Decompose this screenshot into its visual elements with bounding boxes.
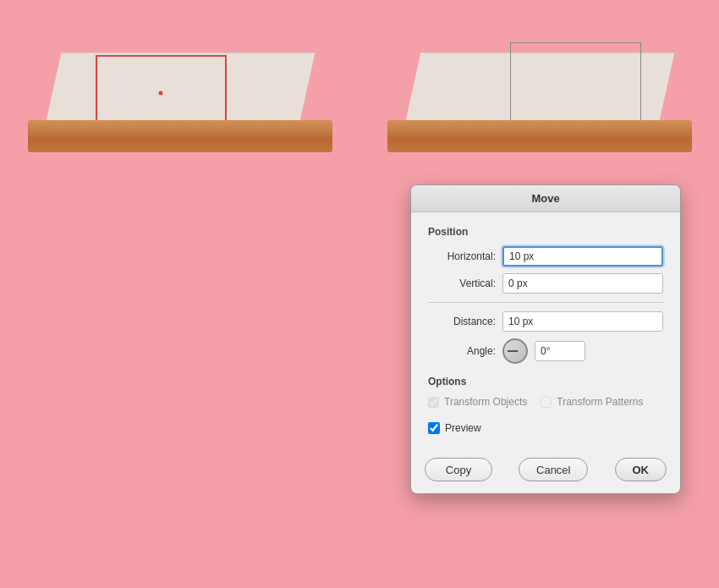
distance-input[interactable] [502, 311, 663, 332]
right-panel: Move Position Horizontal: Vertical: Dist… [360, 0, 719, 588]
transform-objects-label: Transform Objects [444, 396, 527, 408]
copy-button[interactable]: Copy [425, 458, 492, 481]
preview-checkbox[interactable] [428, 422, 440, 434]
divider-1 [428, 302, 663, 303]
angle-controls [502, 338, 585, 364]
right-wooden-plank [387, 120, 692, 152]
left-illustration [19, 25, 341, 169]
dialog-title: Move [531, 192, 559, 205]
options-section: Options Transform Objects Transform Patt… [428, 376, 663, 412]
transform-objects-checkbox[interactable] [428, 397, 439, 408]
vertical-field-row: Vertical: [428, 273, 663, 294]
angle-label: Angle: [428, 345, 496, 357]
distance-field-row: Distance: [428, 311, 663, 332]
transform-objects-row: Transform Objects [428, 396, 527, 408]
transform-patterns-checkbox[interactable] [541, 397, 552, 408]
left-wooden-plank [28, 120, 332, 152]
options-section-title: Options [428, 376, 663, 387]
ok-button[interactable]: OK [615, 458, 667, 481]
dialog-body: Position Horizontal: Vertical: Distance:… [411, 212, 680, 448]
transform-patterns-label: Transform Patterns [557, 396, 643, 408]
distance-label: Distance: [428, 316, 496, 327]
position-section-title: Position [428, 226, 663, 238]
angle-field-row: Angle: [428, 338, 663, 364]
cancel-button[interactable]: Cancel [519, 458, 588, 481]
angle-input[interactable] [535, 341, 585, 361]
angle-line [508, 350, 518, 352]
move-dialog: Move Position Horizontal: Vertical: Dist… [410, 184, 681, 494]
preview-label: Preview [445, 422, 481, 434]
horizontal-field-row: Horizontal: [428, 246, 663, 267]
left-panel: ↔ 60 px ⊘ 33 px ↕ [0, 0, 360, 588]
vertical-label: Vertical: [428, 278, 496, 289]
dialog-title-bar: Move [411, 185, 680, 212]
transform-patterns-row: Transform Patterns [541, 396, 643, 408]
moved-selection-rectangle [510, 42, 641, 127]
vertical-input[interactable] [502, 273, 663, 294]
dialog-footer: Copy Cancel OK [411, 448, 680, 493]
right-illustration [379, 25, 700, 169]
selection-center-dot [159, 91, 163, 96]
angle-wheel[interactable] [502, 338, 528, 364]
preview-row: Preview [428, 422, 663, 434]
horizontal-label: Horizontal: [428, 250, 496, 262]
horizontal-input[interactable] [502, 246, 663, 267]
